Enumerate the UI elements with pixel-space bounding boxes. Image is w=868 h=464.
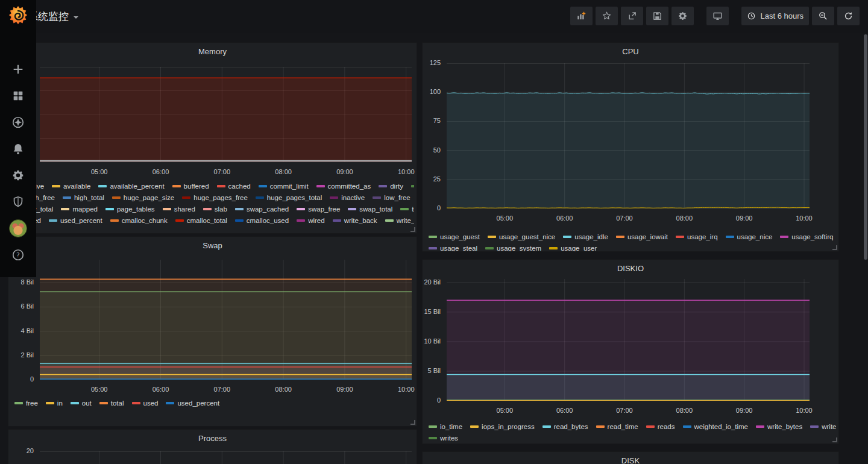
legend-item[interactable]: used_percent [166,400,219,407]
legend-item[interactable]: cmalloc_used [235,217,289,224]
panel-title[interactable]: Swap [8,239,417,252]
legend-item[interactable]: swap_cached [235,205,289,213]
legend-label: usage_guest_nice [499,233,555,240]
chart-plot[interactable] [40,67,412,162]
legend-item[interactable]: high_total [63,194,104,201]
legend-item[interactable]: page_tables [105,205,155,213]
legend-color-swatch [429,236,437,238]
legend-item[interactable]: available [52,183,90,190]
legend-item[interactable]: huge_page_size [112,194,174,201]
legend-label: used_percent [177,400,219,407]
legend-item[interactable]: shared [163,205,195,213]
legend-item[interactable]: cmalloc_total [175,217,227,224]
sidebar-item-configuration[interactable] [7,166,29,184]
legend-item[interactable]: usage_system [485,245,541,252]
legend-item[interactable]: cached [217,183,251,190]
legend-item[interactable]: committed_as [316,183,371,190]
legend-color-swatch [485,247,494,249]
legend-item[interactable]: reads [646,423,675,430]
legend-item[interactable]: swap_free [297,205,340,213]
x-axis-tick: 07:00 [611,407,638,414]
legend-row: writes [429,432,836,444]
add-panel-button[interactable] [570,7,593,25]
legend-row: usage_guestusage_guest_niceusage_idleusa… [429,231,836,242]
chart-plot[interactable] [447,279,810,401]
panel-title[interactable]: CPU [423,45,838,58]
legend-item[interactable]: usage_idle [563,233,608,240]
panel-title[interactable]: DISKIO [423,262,838,275]
legend-item[interactable]: buffered [172,183,209,190]
legend-item[interactable]: used_percent [49,217,102,224]
grafana-logo-icon[interactable] [7,5,30,28]
save-dashboard-button[interactable] [646,7,668,25]
dashboard-settings-button[interactable] [671,7,694,25]
legend-item[interactable]: usage_nice [726,233,773,240]
legend-item[interactable]: writes [429,434,458,442]
star-dashboard-button[interactable] [596,7,618,25]
legend-label: out [82,400,92,407]
legend-item[interactable]: total [99,400,124,407]
legend-item[interactable]: inactive [330,194,365,201]
y-axis-tick: 0 [423,397,441,404]
refresh-icon [843,11,854,21]
legend-color-swatch [182,196,190,199]
legend-item[interactable]: free [411,183,414,190]
legend-item[interactable]: out [71,400,92,407]
legend-item[interactable]: huge_pages_free [182,194,248,201]
gear-icon [11,169,25,182]
sidebar-item-dashboards[interactable] [7,87,29,105]
legend-item[interactable]: wired [297,217,324,224]
chart-plot[interactable] [40,451,412,464]
legend-item[interactable]: used [132,400,159,407]
panel-title[interactable]: Process [8,432,417,445]
sidebar-item-alerting[interactable] [7,140,29,158]
legend-item[interactable]: weighted_io_time [683,423,749,430]
legend-item[interactable]: mapped [61,205,98,213]
legend-item[interactable]: usage_user [549,245,597,252]
sidebar-item-create[interactable] [7,60,29,78]
legend-item[interactable]: write_bytes [756,423,802,430]
legend-item[interactable]: write_time [810,423,836,430]
y-axis-tick: 75 [423,117,441,124]
legend-item[interactable]: commit_limit [259,183,309,190]
legend-item[interactable]: cmalloc_chunk [110,217,168,224]
legend-item[interactable]: usage_guest_nice [488,233,555,240]
legend-item[interactable]: write_back_tmp [385,217,414,224]
legend-item[interactable]: free [14,400,38,407]
sidebar-item-explore[interactable] [7,113,29,131]
legend-item[interactable]: in [46,400,63,407]
legend-item[interactable]: slab [203,205,227,213]
chart-plot[interactable] [40,260,412,380]
legend-item[interactable]: total [400,205,414,213]
legend-item[interactable]: dirty [379,183,403,190]
legend-item[interactable]: io_time [429,423,462,430]
legend-item[interactable]: usage_irq [676,233,718,240]
legend-label: huge_pages_free [193,194,248,201]
legend-item[interactable]: huge_pages_total [256,194,322,201]
time-range-picker-button[interactable]: Last 6 hours [741,7,809,25]
panel-title[interactable]: DISK [423,454,838,464]
legend-item[interactable]: read_time [596,423,638,430]
scrollbar-thumb[interactable] [864,34,867,260]
legend-item[interactable]: usage_iowait [616,233,668,240]
legend-item[interactable]: swap_total [348,205,392,213]
chart-plot[interactable] [447,63,810,208]
legend-item[interactable]: usage_steal [429,245,477,252]
sidebar-item-server-admin[interactable] [7,193,29,211]
legend-item[interactable]: low_free [373,194,410,201]
legend-item[interactable]: read_bytes [542,423,588,430]
sidebar-item-user-profile[interactable] [7,219,29,237]
share-dashboard-button[interactable] [621,7,643,25]
legend-color-swatch [110,219,119,222]
zoom-out-time-range-button[interactable] [812,7,834,25]
y-axis-tick: 15 Bil [423,308,441,315]
legend-item[interactable]: usage_guest [429,233,480,240]
legend-item[interactable]: write_back [333,217,377,224]
refresh-dashboard-button[interactable] [837,7,860,25]
cycle-view-mode-button[interactable] [706,7,729,25]
legend-item[interactable]: usage_softirq [780,233,833,240]
sidebar-item-help[interactable]: ? [7,246,29,264]
legend-item[interactable]: iops_in_progress [470,423,535,430]
legend-item[interactable]: available_percent [98,183,164,190]
panel-title[interactable]: Memory [8,45,417,58]
